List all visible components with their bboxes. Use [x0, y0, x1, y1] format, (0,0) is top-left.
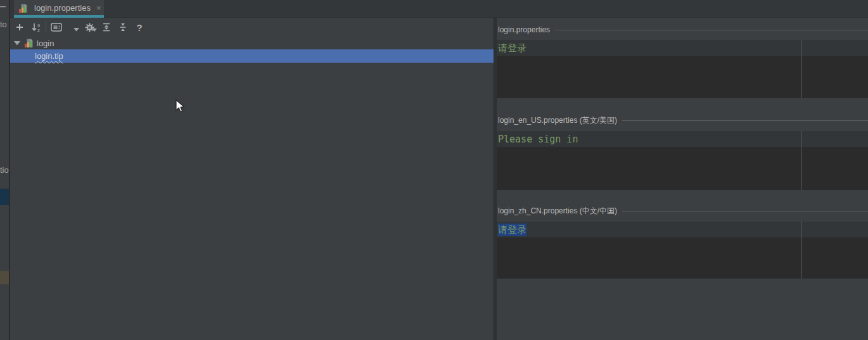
tree-node-login[interactable]: login [10, 37, 494, 49]
caret-line-highlight [497, 222, 868, 237]
selected-text: 请登录 [498, 224, 527, 236]
tree-node-label: login.tip [35, 51, 63, 61]
header-rule [555, 30, 868, 30]
tree-node-login-tip-selected[interactable]: login.tip [10, 49, 494, 63]
resource-bundle-tree: login login.tip [10, 36, 494, 340]
dropdown-arrow-icon [73, 28, 79, 32]
toolbar-dropdown-button[interactable] [72, 27, 80, 32]
resource-bundle-icon [18, 3, 29, 13]
clipped-breakpoint-block [0, 271, 9, 284]
help-button[interactable]: ? [132, 20, 146, 34]
properties-file-label: login_en_US.properties (英文/美国) [498, 115, 617, 126]
property-value-text: Please sign in [498, 133, 578, 146]
clipped-text-fragment-mid: tio [0, 165, 9, 175]
toolbar-separator [46, 22, 46, 33]
add-property-button[interactable] [13, 20, 27, 34]
help-icon: ? [136, 22, 142, 33]
svg-text:a: a [37, 23, 40, 28]
collapse-all-button[interactable] [116, 20, 130, 34]
background-window-sliver: – to tio [0, 0, 9, 340]
section-header-zh-cn: login_zh_CN.properties (中文/中国) [498, 206, 868, 215]
clipped-text-fragment-top: to [0, 20, 9, 30]
active-tab-underline [14, 15, 104, 18]
expand-all-icon [101, 22, 112, 32]
collapse-all-icon [118, 22, 128, 32]
tab-close-icon[interactable]: × [96, 4, 101, 12]
caret-line-highlight [497, 40, 868, 56]
expanded-chevron-icon[interactable] [14, 41, 20, 46]
sort-alphabetically-icon: a z [31, 22, 42, 32]
sort-alphabetically-button[interactable]: a z [29, 20, 43, 34]
right-margin-guide [801, 131, 802, 190]
property-value-text: 请登录 [498, 42, 527, 55]
clipped-selection-block [0, 189, 9, 205]
tab-title: login.properties [34, 3, 91, 13]
property-values-panel: login.properties 请登录 login_en_US.propert… [497, 18, 868, 340]
header-rule [622, 211, 868, 211]
resource-bundle-icon [24, 38, 34, 48]
section-header-default: login.properties [498, 25, 868, 34]
expand-all-button[interactable] [99, 20, 113, 34]
ide-resource-bundle-editor: – to tio login.properties × [0, 0, 868, 340]
right-margin-guide [801, 222, 802, 279]
value-editor-en-us[interactable]: Please sign in [497, 131, 868, 190]
resource-bundle-toolbar: a z [10, 18, 494, 36]
section-header-en-us: login_en_US.properties (英文/美国) [498, 116, 868, 125]
properties-file-label: login.properties [498, 25, 550, 34]
editor-tab-bar: login.properties × [10, 0, 868, 18]
value-editor-zh-cn[interactable]: 请登录 [497, 222, 868, 279]
settings-dropdown-arrow-icon[interactable] [91, 27, 98, 32]
tab-login-properties[interactable]: login.properties × [14, 0, 104, 18]
clipped-minus-glyph: – [0, 0, 9, 13]
header-rule [622, 120, 868, 121]
tree-node-label: login [37, 39, 54, 48]
properties-file-label: login_zh_CN.properties (中文/中国) [498, 206, 617, 217]
right-margin-guide [801, 40, 802, 98]
property-value-text: 请登录 [498, 224, 527, 237]
value-editor-default[interactable]: 请登录 [497, 40, 868, 98]
mouse-cursor [176, 99, 186, 113]
add-property-icon [15, 23, 24, 32]
show-properties-preview-icon [51, 22, 62, 32]
show-properties-preview-button[interactable] [49, 20, 63, 34]
svg-text:z: z [37, 28, 40, 32]
